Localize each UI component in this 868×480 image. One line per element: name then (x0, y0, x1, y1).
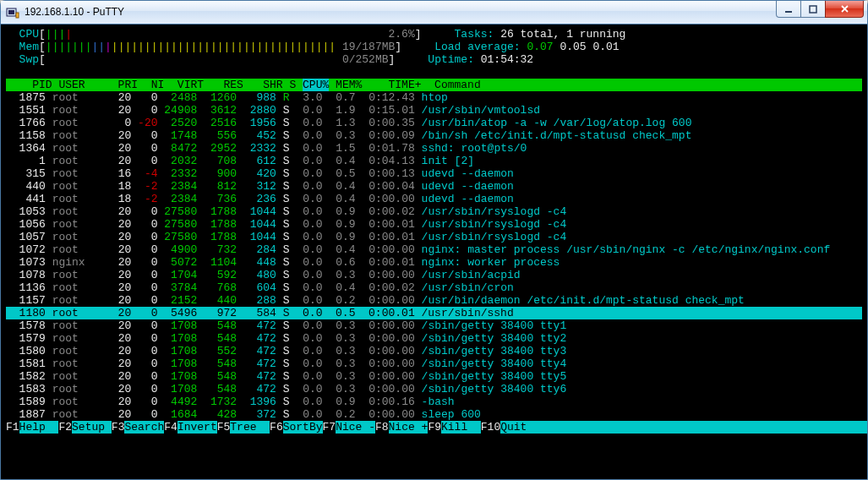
table-row[interactable]: 1875 root 20 0 2488 1260 988 R 3.0 0.7 0… (6, 91, 862, 104)
fkey-label[interactable]: Setup (72, 421, 112, 434)
fkey-label[interactable]: Invert (177, 421, 217, 434)
fkey-label[interactable]: Tree (230, 421, 270, 434)
putty-icon (6, 6, 19, 19)
window-buttons (777, 1, 864, 18)
fkey: F2 (58, 421, 72, 434)
table-row[interactable]: 1364 root 20 0 8472 2952 2332 S 0.0 1.5 … (6, 142, 862, 155)
table-row[interactable]: 1056 root 20 0 27580 1788 1044 S 0.0 0.9… (6, 218, 862, 231)
svg-rect-3 (785, 11, 792, 13)
table-row-selected[interactable]: 1180 root 20 0 5496 972 584 S 0.0 0.5 0:… (6, 307, 862, 319)
table-row[interactable]: 1580 root 20 0 1708 552 472 S 0.0 0.3 0:… (6, 345, 862, 357)
fkey-label[interactable]: Search (124, 421, 164, 434)
table-row[interactable]: 1053 root 20 0 27580 1788 1044 S 0.0 0.9… (6, 205, 862, 218)
table-row[interactable]: 1589 root 20 0 4492 1732 1396 S 0.0 0.9 … (6, 395, 862, 408)
fkey: F4 (164, 421, 177, 434)
svg-rect-4 (810, 6, 816, 13)
window-title: 192.168.1.10 - PuTTY (25, 6, 124, 19)
window-titlebar[interactable]: 192.168.1.10 - PuTTY (1, 1, 867, 25)
fkey: F8 (375, 421, 389, 434)
table-row[interactable]: 1583 root 20 0 1708 548 472 S 0.0 0.3 0:… (6, 383, 862, 395)
fkey-bar[interactable]: F1Help F2Setup F3SearchF4InvertF5Tree F6… (6, 421, 862, 434)
table-row[interactable]: 1072 root 20 0 4900 732 284 S 0.0 0.4 0:… (6, 243, 862, 256)
table-row[interactable]: 1766 root 0 -20 2520 2516 1956 S 0.0 1.3… (6, 117, 862, 129)
fkey-label[interactable]: Quit (500, 421, 540, 434)
fkey: F3 (112, 421, 125, 434)
meter-swp: Swp[ 0/252MB] Uptime: 01:54:32 (6, 53, 862, 66)
putty-window: 192.168.1.10 - PuTTY CPU[|||| 2.6%] Task… (0, 0, 868, 480)
table-row[interactable]: 1073 nginx 20 0 5072 1104 448 S 0.0 0.6 … (6, 256, 862, 269)
table-row[interactable]: 1 root 20 0 2032 708 612 S 0.0 0.4 0:04.… (6, 155, 862, 167)
fkey: F6 (270, 421, 283, 434)
table-row[interactable]: 315 root 16 -4 2332 900 420 S 0.0 0.5 0:… (6, 167, 862, 180)
table-row[interactable]: 440 root 18 -2 2384 812 312 S 0.0 0.4 0:… (6, 180, 862, 193)
fkey-label[interactable]: Nice - (336, 421, 375, 434)
table-row[interactable]: 1158 root 20 0 1748 556 452 S 0.0 0.3 0:… (6, 129, 862, 142)
table-row[interactable]: 1136 root 20 0 3784 768 604 S 0.0 0.4 0:… (6, 281, 862, 294)
fkey-label[interactable]: SortBy (283, 421, 323, 434)
table-row[interactable]: 1578 root 20 0 1708 548 472 S 0.0 0.3 0:… (6, 319, 862, 332)
table-row[interactable]: 1582 root 20 0 1708 548 472 S 0.0 0.3 0:… (6, 370, 862, 383)
table-header[interactable]: PID USER PRI NI VIRT RES SHR S CPU% MEM%… (6, 79, 862, 91)
close-button[interactable] (825, 1, 864, 18)
fkey: F1 (6, 421, 19, 434)
fkey: F5 (217, 421, 231, 434)
meter-mem: Mem[||||||||||||||||||||||||||||||||||||… (6, 41, 862, 53)
table-row[interactable]: 1057 root 20 0 27580 1788 1044 S 0.0 0.9… (6, 231, 862, 243)
table-row[interactable]: 1078 root 20 0 1704 592 480 S 0.0 0.3 0:… (6, 269, 862, 281)
table-row[interactable]: 1157 root 20 0 2152 440 288 S 0.0 0.2 0:… (6, 294, 862, 307)
fkey-label[interactable]: Kill (441, 421, 481, 434)
table-row[interactable]: 441 root 18 -2 2384 736 236 S 0.0 0.4 0:… (6, 193, 862, 205)
maximize-button[interactable] (800, 1, 826, 18)
fkey: F9 (428, 421, 441, 434)
fkey-label[interactable]: Nice + (389, 421, 429, 434)
table-row[interactable]: 1551 root 20 0 24908 3612 2880 S 0.0 1.9… (6, 104, 862, 117)
svg-rect-1 (8, 10, 14, 14)
fkey: F7 (323, 421, 336, 434)
terminal-area[interactable]: CPU[|||| 2.6%] Tasks: 26 total, 1 runnin… (1, 25, 867, 479)
meter-cpu: CPU[|||| 2.6%] Tasks: 26 total, 1 runnin… (6, 28, 862, 41)
table-row[interactable]: 1887 root 20 0 1684 428 372 S 0.0 0.2 0:… (6, 408, 862, 421)
table-row[interactable]: 1579 root 20 0 1708 548 472 S 0.0 0.3 0:… (6, 332, 862, 345)
svg-rect-2 (16, 13, 19, 18)
fkey-label[interactable]: Help (19, 421, 59, 434)
fkey: F10 (481, 421, 500, 434)
minimize-button[interactable] (776, 1, 801, 18)
table-row[interactable]: 1581 root 20 0 1708 548 472 S 0.0 0.3 0:… (6, 357, 862, 370)
